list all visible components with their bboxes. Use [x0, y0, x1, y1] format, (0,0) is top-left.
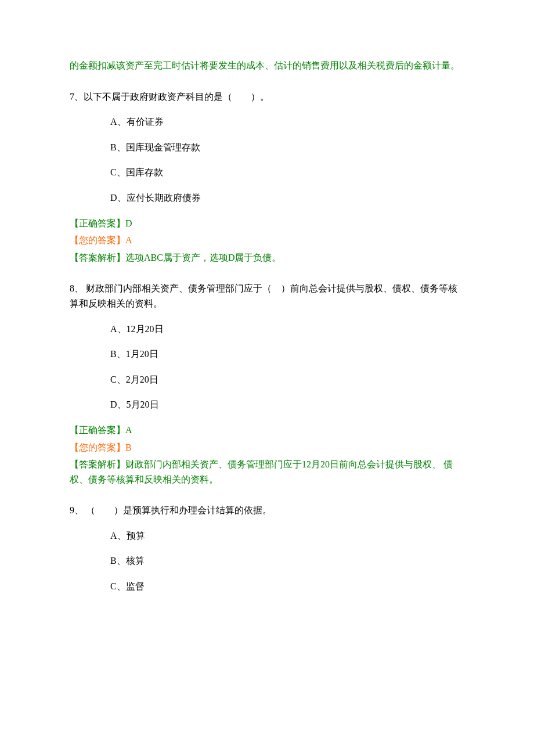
your-answer-label: 【您的答案】 [70, 235, 125, 245]
question-number: 9、 [70, 505, 84, 515]
your-answer: 【您的答案】A [70, 233, 464, 248]
previous-explanation-fragment: 的金额扣减该资产至完工时估计将要发生的成本、估计的销售费用以及相关税费后的金额计… [70, 58, 464, 73]
question-stem: 财政部门内部相关资产、债务管理部门应于（ ）前向总会计提供与股权、债权、债务等核… [70, 283, 457, 308]
option-a: A、有价证券 [110, 114, 464, 129]
question-7-options: A、有价证券 B、国库现金管理存款 C、国库存款 D、应付长期政府债券 [70, 114, 464, 205]
explanation-label: 【答案解析】 [70, 459, 125, 469]
option-text: 5月20日 [127, 399, 159, 409]
correct-answer: 【正确答案】A [70, 423, 464, 438]
option-a: A、12月20日 [110, 322, 464, 337]
option-label: C、 [110, 581, 126, 591]
option-label: B、 [110, 349, 126, 359]
question-number: 7、 [70, 92, 84, 102]
your-answer-value: A [125, 235, 132, 245]
option-text: 2月20日 [126, 375, 158, 384]
question-8-options: A、12月20日 B、1月20日 C、2月20日 D、5月20日 [70, 322, 464, 412]
question-7: 7、以下不属于政府财政资产科目的是（ ）。 [70, 89, 464, 105]
option-text: 应付长期政府债券 [127, 193, 201, 203]
option-text: 国库存款 [126, 167, 163, 177]
option-d: D、5月20日 [110, 397, 464, 412]
correct-answer-label: 【正确答案】 [70, 218, 125, 228]
question-9-options: A、预算 B、核算 C、监督 [70, 528, 464, 594]
question-number: 8、 [70, 283, 84, 293]
option-b: B、国库现金管理存款 [110, 140, 464, 155]
option-text: 1月20日 [126, 349, 158, 359]
answer-explanation: 【答案解析】财政部门内部相关资产、债务管理部门应于12月20日前向总会计提供与股… [70, 457, 464, 487]
option-b: B、核算 [110, 553, 464, 568]
option-text: 有价证券 [127, 117, 164, 127]
correct-answer: 【正确答案】D [70, 216, 464, 231]
explanation-text: 选项ABC属于资产，选项D属于负债。 [125, 253, 281, 262]
option-d: D、应付长期政府债券 [110, 190, 464, 206]
question-8: 8、 财政部门内部相关资产、债务管理部门应于（ ）前向总会计提供与股权、债权、债… [70, 281, 464, 311]
question-8-answers: 【正确答案】A 【您的答案】B 【答案解析】财政部门内部相关资产、债务管理部门应… [70, 423, 464, 487]
option-label: C、 [110, 167, 126, 177]
correct-answer-value: A [125, 425, 132, 435]
option-c: C、国库存款 [110, 165, 464, 180]
option-label: A、 [110, 324, 127, 334]
option-text: 12月20日 [127, 324, 164, 334]
option-label: A、 [110, 531, 127, 541]
option-text: 监督 [126, 581, 145, 591]
option-label: A、 [110, 117, 127, 127]
option-c: C、监督 [110, 579, 464, 594]
explanation-text: 财政部门内部相关资产、债务管理部门应于12月20日前向总会计提供与股权、 债权、… [70, 459, 453, 484]
question-7-answers: 【正确答案】D 【您的答案】A 【答案解析】选项ABC属于资产，选项D属于负债。 [70, 216, 464, 265]
correct-answer-value: D [125, 218, 132, 228]
question-stem: 以下不属于政府财政资产科目的是（ ）。 [84, 92, 269, 102]
option-a: A、预算 [110, 528, 464, 543]
question-9: 9、 （ ）是预算执行和办理会计结算的依据。 [70, 503, 464, 518]
answer-explanation: 【答案解析】选项ABC属于资产，选项D属于负债。 [70, 250, 464, 265]
option-text: 预算 [127, 531, 145, 541]
option-label: C、 [110, 375, 126, 384]
option-label: B、 [110, 142, 126, 152]
correct-answer-label: 【正确答案】 [70, 425, 125, 435]
your-answer: 【您的答案】B [70, 440, 464, 455]
option-c: C、2月20日 [110, 372, 464, 387]
option-text: 核算 [126, 556, 145, 566]
explanation-label: 【答案解析】 [70, 253, 125, 262]
your-answer-label: 【您的答案】 [70, 442, 125, 452]
option-label: D、 [110, 193, 127, 203]
option-text: 国库现金管理存款 [126, 142, 200, 152]
option-b: B、1月20日 [110, 347, 464, 362]
option-label: D、 [110, 399, 127, 409]
question-stem: （ ）是预算执行和办理会计结算的依据。 [84, 505, 272, 515]
your-answer-value: B [125, 442, 132, 452]
option-label: B、 [110, 556, 126, 566]
